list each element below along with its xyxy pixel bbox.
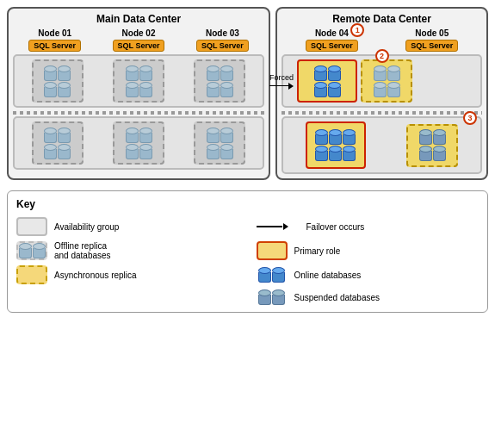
replica-n4-ag2 [306,121,366,169]
legend-online: Online databases [257,265,480,284]
leg-cyl1 [19,243,32,258]
node-02-sql: SQL Server [113,40,165,52]
legend-suspended-text: Suspended databases [294,293,381,302]
legend-primary: Primary role [257,241,480,260]
cyl8 [139,82,152,97]
legend-primary-icon [257,241,288,260]
legend-failover: Failover occurs [257,217,480,236]
cyl23 [207,144,220,159]
node-01-sql: SQL Server [28,40,81,52]
ag-row-2-remote: 3 [282,116,482,174]
leg-cyl3 [258,267,271,283]
legend-blank [16,289,239,305]
cyl12 [220,82,233,97]
db-cluster-n5-ag2 [419,129,446,161]
arrow-indicator [269,83,294,90]
node-03-sql: SQL Server [196,40,249,52]
arrow-shaft [269,85,288,87]
legend-offline-text: Offline replicaand databases [54,241,111,260]
legend-failover-text: Failover occurs [306,222,365,232]
db-cluster-n4-ag2 [315,129,356,161]
node-04-header: 1 Node 04 SQL Server [302,28,361,52]
legend-offline-icon [16,241,47,260]
legend-arrow-shaft [257,226,282,227]
cyl17 [126,128,139,143]
forced-label: Forced [269,73,294,82]
badge-1: 1 [350,23,364,37]
node-03-label: Node 03 [206,28,239,38]
node-04-sql: SQL Server [306,40,358,52]
cyl24 [220,144,233,159]
cyl-on4 [328,82,341,97]
legend: Key Availability group Failover occurs O… [7,190,488,313]
replica-n3-ag2 [194,121,245,165]
cyl6 [139,65,152,81]
node-01-label: Node 01 [38,28,71,38]
cyl-on1 [314,65,327,81]
main-dc-title: Main Data Center [13,13,264,25]
replica-n2-ag2 [113,121,164,165]
db-cluster-n3-ag1 [207,65,233,97]
cyl-as2 [387,65,400,81]
cyl-on6 [329,129,342,145]
replica-n5-ag2 [406,124,458,167]
cyl-on9 [329,146,342,161]
ag-row-2-replicas [18,121,259,165]
legend-ag-icon [16,217,47,236]
forced-arrow-area: Forced [269,73,294,90]
ag-row-1-replicas [18,59,259,103]
cyl-on7 [343,129,356,145]
cyl19 [126,144,139,159]
db-cluster-n3-ag2 [207,128,233,159]
legend-suspended-icon [257,289,288,305]
cyl-sus4 [433,146,446,161]
db-cluster-n2-ag2 [126,128,152,159]
cyl7 [126,82,139,97]
ag-row-2-main [13,116,264,170]
replica-n3-ag1 [194,59,245,103]
legend-suspended: Suspended databases [257,289,480,305]
main-container: Main Data Center Node 01 SQL Server Node… [0,0,495,448]
replica-n1-ag2 [32,121,84,165]
legend-ag: Availability group [16,217,239,236]
cyl4 [58,82,71,97]
remote-data-center: Remote Data Center 1 Node 04 SQL Server … [275,7,488,180]
legend-offline: Offline replicaand databases [16,241,239,260]
cyl15 [44,144,57,159]
legend-title: Key [16,198,479,210]
cyl22 [220,128,233,143]
cyl-sus2 [433,129,446,145]
cyl10 [220,65,233,81]
cyl16 [58,144,71,159]
node-01-header: Node 01 SQL Server [26,28,84,52]
cyl21 [207,128,220,143]
legend-arrow-icon [257,223,300,230]
leg-cyl5 [258,289,271,305]
remote-nodes-strip: 1 Node 04 SQL Server Node 05 SQL Server [282,28,482,52]
legend-ag-text: Availability group [54,222,119,232]
ag-row-1-remote: 2 Forced [282,54,482,108]
db-cluster-n5-ag1 [374,65,400,97]
main-data-center: Main Data Center Node 01 SQL Server Node… [7,7,270,180]
main-nodes-strip: Node 01 SQL Server Node 02 SQL Server No… [13,28,264,52]
legend-async-text: Asynchronous replica [54,271,137,280]
cyl-as4 [387,82,400,97]
diagram: Main Data Center Node 01 SQL Server Node… [7,7,488,180]
leg-cyl6 [272,289,285,305]
leg-cyl4 [272,267,285,283]
cyl-on2 [328,65,341,81]
cyl-on10 [343,146,356,161]
replica-n1-ag1 [32,59,84,103]
badge-2: 2 [375,49,389,63]
ag-row-1-main [13,54,264,108]
remote-dc-title: Remote Data Center [282,13,482,25]
db-cluster-n2-ag1 [126,65,152,97]
legend-arrow-head [283,223,288,230]
legend-async-icon [16,265,47,284]
cyl-on5 [315,129,328,145]
ag2-remote-content [287,121,477,169]
node-04-label: Node 04 [315,28,349,38]
node-05-header: Node 05 SQL Server [403,28,461,52]
arrow-head [288,83,294,90]
cyl1 [44,65,57,81]
